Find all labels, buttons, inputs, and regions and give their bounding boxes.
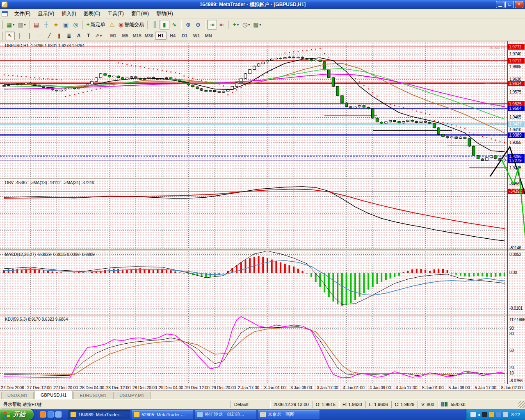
periods-button[interactable]: ◷▾ <box>241 20 251 30</box>
menu-file[interactable]: 文件(F) <box>11 9 34 18</box>
strategy-tester-button[interactable]: ◎ <box>71 20 81 30</box>
ie-taskbar-icon <box>197 412 203 417</box>
collapse-tray-icon[interactable]: ◀ <box>477 413 480 417</box>
panel-separator-1[interactable] <box>0 249 525 251</box>
chart-shift-button[interactable]: ⇤ <box>217 20 227 30</box>
keyboard-tray-icon[interactable] <box>470 412 476 417</box>
taskbar-window-3[interactable]: 未命名 - 画图 <box>258 410 320 419</box>
text-button[interactable]: A <box>74 32 84 40</box>
line-chart-button[interactable]: ∿ <box>169 20 179 30</box>
cursor-button[interactable]: ↖ <box>5 32 15 40</box>
time-label: 5 Jan 09:00 <box>448 386 470 390</box>
terminal-button[interactable]: ▣ <box>61 20 71 30</box>
quick-launch <box>36 410 65 419</box>
channel-button[interactable]: ∥ <box>54 32 64 40</box>
trendline-button[interactable]: ╱ <box>44 32 54 40</box>
timeframe-h1[interactable]: H1 <box>155 32 167 40</box>
data-window-button[interactable]: ┼ <box>41 20 51 30</box>
svg-text:M_M3 1.9: M_M3 1.9 <box>490 59 505 63</box>
chart-area[interactable]: GBPUSD,H1 1.9296 1.9301 1.9278 1.9284 OB… <box>0 41 525 390</box>
tab-usdx-m1[interactable]: USDX,M1 <box>1 392 34 399</box>
expert-advisors-button[interactable]: ◉智能交易 <box>117 20 146 30</box>
time-label: 5 Jan 01:00 <box>422 386 443 390</box>
text-label-button[interactable]: T <box>84 32 94 40</box>
market-watch-button[interactable]: ▤ <box>32 20 41 30</box>
taskbar-window-1[interactable]: 52805: MetaTrader -... <box>132 410 193 419</box>
tab-gbpusd-h1[interactable]: GBPUSD,H1 <box>34 390 73 399</box>
menu-charts[interactable]: 图表(C) <box>80 9 104 18</box>
toolbar-grip[interactable] <box>2 21 3 29</box>
timeframe-bar: M1M5M15M30H1H4D1W1MN <box>107 32 214 40</box>
new-order-button[interactable]: +新定单 <box>85 20 107 30</box>
volume-tray-icon[interactable] <box>503 412 508 417</box>
toolbar-drawing: ↖┼│─╱∥≣AT⇗▾ <box>1 32 107 40</box>
time-label: 4 Jan 17:00 <box>396 386 417 390</box>
close-button[interactable]: × <box>515 1 523 8</box>
new-chart-icon: ▦ <box>7 21 12 28</box>
indicators-button[interactable]: +▾ <box>231 20 241 30</box>
vertical-line-icon: │ <box>28 33 31 39</box>
zoom-in-button[interactable]: ⊕ <box>183 20 193 30</box>
taskbar: 开始 164989: MetaTrader...52805: MetaTrade… <box>0 409 525 420</box>
vertical-line-button[interactable]: │ <box>25 32 34 40</box>
timeframe-m1[interactable]: M1 <box>107 32 119 40</box>
strategy-tester-icon: ◎ <box>73 21 78 28</box>
bar-chart-button[interactable]: ║ <box>150 20 160 30</box>
messenger-tray-icon[interactable] <box>489 412 494 417</box>
start-button[interactable]: 开始 <box>0 409 34 420</box>
profiles-button[interactable]: ▥▾ <box>16 20 27 30</box>
internet-explorer-icon[interactable] <box>48 411 54 418</box>
menu-tools[interactable]: 工具(T) <box>104 9 127 18</box>
timeframe-w1[interactable]: W1 <box>191 32 202 40</box>
window-title: 164989: MetaTrader - 模拟帐户 - [GBPUSD,H1] <box>9 1 496 8</box>
zoom-out-button[interactable]: ⊖ <box>193 20 203 30</box>
metaeditor-button[interactable]: ⚠ <box>107 20 117 30</box>
minimize-button[interactable]: ▁ <box>496 1 504 8</box>
axis-tick: 50 <box>509 348 514 353</box>
timeframe-m5[interactable]: M5 <box>119 32 131 40</box>
outlook-icon[interactable] <box>55 411 62 418</box>
resize-grip[interactable] <box>518 401 525 408</box>
new-chart-button[interactable]: ▦▾ <box>5 20 16 30</box>
macd-panel <box>0 251 507 315</box>
taskbar-window-2[interactable]: 外汇沙龙 - 创幻论... <box>195 410 256 419</box>
title-bar[interactable]: 164989: MetaTrader - 模拟帐户 - [GBPUSD,H1] … <box>0 0 525 9</box>
timeframe-mn[interactable]: MN <box>203 32 214 40</box>
toolbar-grip[interactable] <box>2 32 3 40</box>
menu-window[interactable]: 窗口(W) <box>128 9 153 18</box>
axis-tick: 80 <box>509 331 514 336</box>
timeframe-m15[interactable]: M15 <box>131 32 143 40</box>
maximize-button[interactable]: □ <box>505 1 514 8</box>
tab-usdjpy-m1[interactable]: USDJPY,M1 <box>113 392 150 399</box>
menu-help[interactable]: 帮助(H) <box>153 9 177 18</box>
status-profile[interactable]: Default <box>231 401 270 408</box>
crosshair-button[interactable]: ┼ <box>15 32 25 40</box>
navigator-button[interactable]: ★ <box>51 20 61 30</box>
arrows-button[interactable]: ⇗▾ <box>94 32 103 40</box>
media-player-icon[interactable] <box>40 411 46 418</box>
menu-view[interactable]: 显示(V) <box>34 9 58 18</box>
candlestick-chart-button[interactable]: ▮ <box>160 20 169 30</box>
price-badge: 1.9389 <box>508 132 525 138</box>
timeframe-d1[interactable]: D1 <box>179 32 190 40</box>
status-cell-1: O: 1.9615 <box>312 401 339 408</box>
taskbar-window-0[interactable]: 164989: MetaTrader... <box>68 410 130 419</box>
network-tray-icon[interactable] <box>496 412 501 417</box>
auto-scroll-button[interactable]: ⇥ <box>207 20 217 30</box>
menu-insert[interactable]: 插入(I) <box>58 9 80 18</box>
timeframe-m30[interactable]: M30 <box>143 32 155 40</box>
chart-window-icon[interactable] <box>2 11 8 16</box>
templates-button[interactable]: ▩▾ <box>251 20 262 30</box>
horizontal-line-button[interactable]: ─ <box>34 32 44 40</box>
kdj-label: KDJ(59,5,3) 8.9170 8.6323 9.6864 <box>5 317 68 322</box>
panel-separator-2[interactable] <box>0 315 525 316</box>
mt-taskbar-icon <box>71 412 76 417</box>
qq-tray-icon[interactable] <box>482 412 487 417</box>
panel-separator-0[interactable] <box>0 178 525 180</box>
new-chart-button-dropdown-arrow: ▾ <box>13 23 14 27</box>
timeframe-h4[interactable]: H4 <box>167 32 178 40</box>
tab-eurusd-m1[interactable]: EURUSD,M1 <box>73 392 112 399</box>
traffic-label: 55/0 kb <box>451 402 466 407</box>
taskbar-clock: 8:22 <box>511 412 520 417</box>
fibonacci-button[interactable]: ≣ <box>64 32 74 40</box>
